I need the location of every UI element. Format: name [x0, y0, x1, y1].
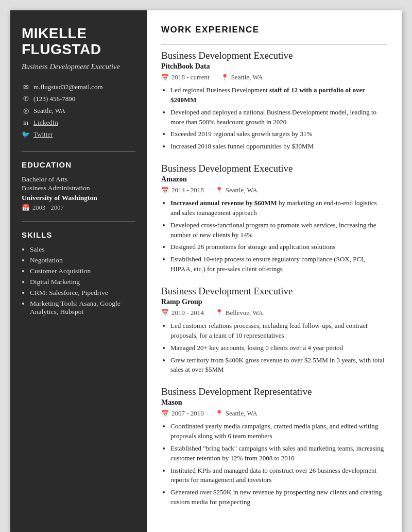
bullet-item: Designed 26 promotions for storage and a… — [170, 242, 387, 252]
job-block-3: Business Development Representative Maso… — [161, 386, 387, 507]
job-block-1: Business Development Executive Amazon 📅 … — [161, 163, 387, 274]
calendar-icon: 📅 — [22, 204, 30, 212]
candidate-title: Business Development Executive — [22, 62, 135, 72]
location-icon-3: 📍 — [215, 410, 223, 418]
job-location-1: 📍 Seattle, WA — [215, 186, 258, 194]
phone-text: (123) 456-7890 — [33, 95, 75, 103]
job-title-2: Business Development Executive — [161, 286, 387, 297]
education-section: EDUCATION Bachelor of Arts Business Admi… — [22, 160, 135, 212]
bullet-item: Led customer relations processes, includ… — [170, 321, 387, 341]
candidate-name: MIKELLE FLUGSTAD — [22, 26, 135, 58]
edu-school: University of Washington — [22, 194, 135, 202]
main-content: WORK EXPERIENCE Business Development Exe… — [147, 10, 402, 532]
sidebar: MIKELLE FLUGSTAD Business Development Ex… — [10, 10, 147, 532]
twitter-icon: 🐦 — [22, 130, 30, 139]
job-years-2: 📅 2010 - 2014 — [161, 309, 204, 317]
bullet-item: Increased annual revenue by $60MM by mar… — [170, 198, 387, 218]
work-experience-title: WORK EXPERIENCE — [161, 25, 387, 37]
location-icon-1: 📍 — [215, 187, 223, 194]
skill-item: Negotiation — [30, 256, 135, 264]
bullet-item: Led regional Business Development staff … — [170, 86, 387, 105]
job-years-0: 📅 2018 - current — [161, 73, 210, 81]
linkedin-icon: in — [22, 119, 30, 127]
bullet-item: Increased 2018 sales funnel opportunitie… — [170, 142, 387, 152]
job-meta-1: 📅 2014 - 2018 📍 Seattle, WA — [161, 186, 387, 194]
bullet-item: Developed and deployed a national Busine… — [170, 108, 387, 127]
location-icon: ◎ — [22, 107, 30, 115]
skill-item: Sales — [30, 245, 135, 254]
bullet-item: Instituted KPIs and managed data to cons… — [170, 466, 387, 486]
sidebar-divider-1 — [22, 151, 135, 152]
education-title: EDUCATION — [22, 160, 135, 169]
job-bullets-2: Led customer relations processes, includ… — [161, 321, 387, 375]
linkedin-item[interactable]: in LinkedIn — [22, 119, 135, 127]
job-title-1: Business Development Executive — [161, 163, 387, 174]
job-bullets-1: Increased annual revenue by $60MM by mar… — [161, 198, 387, 274]
location-item: ◎ Seattle, WA — [22, 107, 135, 115]
skill-item: Digital Marketing — [30, 278, 135, 286]
job-title-3: Business Development Representative — [161, 386, 387, 397]
bullet-item: Exceeded 2019 regional sales growth targ… — [170, 129, 387, 139]
location-icon-2: 📍 — [215, 309, 223, 317]
resume-wrapper: MIKELLE FLUGSTAD Business Development Ex… — [10, 10, 402, 532]
skills-section: SKILLS Sales Negotiation Customer Acquis… — [22, 230, 135, 316]
linkedin-link[interactable]: LinkedIn — [33, 119, 58, 127]
job-company-2: Ramp Group — [161, 298, 387, 306]
job-company-3: Mason — [161, 398, 387, 407]
main-divider — [161, 44, 387, 45]
bullet-item: Grew territory from $400K gross revenue … — [170, 356, 387, 375]
bullet-item: Developed cross-functional program to pr… — [170, 221, 387, 240]
job-location-2: 📍 Bellevue, WA — [215, 309, 263, 317]
edu-years: 📅 2003 - 2007 — [22, 204, 135, 212]
skills-list: Sales Negotiation Customer Acquisition D… — [22, 245, 135, 316]
bullet-item: Established "bring back" campaigns with … — [170, 444, 387, 463]
skill-item: Customer Acquisition — [30, 267, 135, 275]
job-years-3: 📅 2007 - 2010 — [161, 409, 204, 418]
bullet-item: Coordinated yearly media campaigns, craf… — [170, 422, 387, 441]
phone-icon: ✆ — [22, 95, 30, 103]
skill-item: Marketing Tools: Asana, Google Analytics… — [30, 300, 135, 316]
calendar-icon-0: 📅 — [161, 74, 169, 81]
email-item: ✉ m.flugstad32@email.com — [22, 83, 135, 91]
job-location-3: 📍 Seattle, WA — [215, 409, 258, 418]
job-meta-3: 📅 2007 - 2010 📍 Seattle, WA — [161, 409, 387, 418]
job-meta-0: 📅 2018 - current 📍 Seattle, WA — [161, 73, 387, 81]
skills-title: SKILLS — [22, 230, 135, 239]
edu-degree: Bachelor of Arts — [22, 175, 135, 184]
job-meta-2: 📅 2010 - 2014 📍 Bellevue, WA — [161, 309, 387, 317]
sidebar-divider-2 — [22, 221, 135, 222]
calendar-icon-3: 📅 — [161, 410, 169, 418]
location-icon-0: 📍 — [221, 74, 229, 81]
job-company-0: PitchBook Data — [161, 62, 387, 71]
calendar-icon-1: 📅 — [161, 187, 169, 194]
email-text: m.flugstad32@email.com — [33, 83, 103, 91]
twitter-link[interactable]: Twitter — [33, 130, 53, 139]
bullet-item: Managed 20+ key accounts, losing 0 clien… — [170, 343, 387, 353]
job-block-0: Business Development Executive PitchBook… — [161, 50, 387, 152]
contact-section: ✉ m.flugstad32@email.com ✆ (123) 456-789… — [22, 83, 135, 139]
job-bullets-0: Led regional Business Development staff … — [161, 86, 387, 152]
calendar-icon-2: 📅 — [161, 309, 169, 317]
email-icon: ✉ — [22, 83, 30, 91]
bullet-item: Generated over $250K in new revenue by p… — [170, 488, 387, 507]
job-block-2: Business Development Executive Ramp Grou… — [161, 286, 387, 375]
job-location-0: 📍 Seattle, WA — [221, 73, 263, 81]
job-title-0: Business Development Executive — [161, 50, 387, 61]
bullet-item: Established 10-step process to ensure re… — [170, 255, 387, 274]
edu-field: Business Administration — [22, 184, 135, 192]
phone-item: ✆ (123) 456-7890 — [22, 95, 135, 103]
twitter-item[interactable]: 🐦 Twitter — [22, 130, 135, 139]
job-bullets-3: Coordinated yearly media campaigns, craf… — [161, 422, 387, 507]
job-company-1: Amazon — [161, 175, 387, 184]
location-text: Seattle, WA — [33, 107, 65, 115]
skill-item: CRM: Salesforce, Pipedrive — [30, 289, 135, 297]
job-years-1: 📅 2014 - 2018 — [161, 186, 204, 194]
